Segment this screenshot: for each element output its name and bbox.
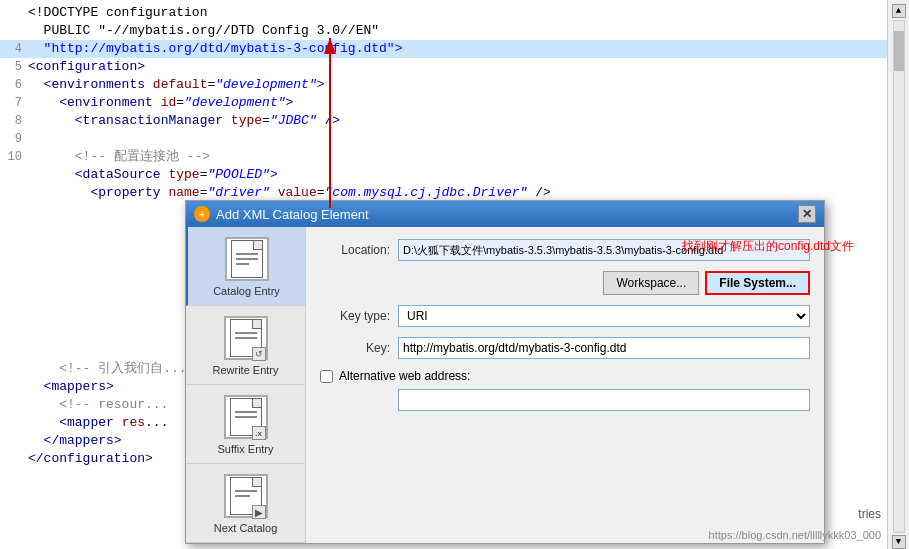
line-number: 4	[0, 40, 28, 58]
suffix-doc-icon: .x	[230, 398, 262, 436]
dialog-title: Add XML Catalog Element	[216, 207, 369, 222]
code-line: 10 <!-- 配置连接池 -->	[0, 148, 909, 166]
dialog-main: Location: Workspace... File System... Ke…	[306, 227, 824, 543]
line-content: <!DOCTYPE configuration	[28, 4, 909, 22]
code-line: <!DOCTYPE configuration	[0, 4, 909, 22]
dialog-titlebar: + Add XML Catalog Element ✕	[186, 201, 824, 227]
button-row: Workspace... File System...	[398, 271, 810, 295]
next-catalog-icon: ▶	[224, 474, 268, 518]
line-number: 6	[0, 76, 28, 94]
sidebar-next-catalog-label: Next Catalog	[214, 522, 278, 534]
catalog-entry-icon	[225, 237, 269, 281]
annotation-text: 找到刚才解压出的config.dtd文件	[682, 238, 854, 255]
rewrite-doc-icon: ↺	[230, 319, 262, 357]
location-label: Location:	[320, 243, 390, 257]
line-content: "http://mybatis.org/dtd/mybatis-3-config…	[28, 40, 909, 58]
line-number: 7	[0, 94, 28, 112]
key-input[interactable]	[398, 337, 810, 359]
workspace-button[interactable]: Workspace...	[603, 271, 699, 295]
next-catalog-doc-icon: ▶	[230, 477, 262, 515]
code-line: 8 <transactionManager type="JDBC" />	[0, 112, 909, 130]
line-content: <dataSource type="POOLED">	[28, 166, 909, 184]
code-line-highlighted: 4 "http://mybatis.org/dtd/mybatis-3-conf…	[0, 40, 909, 58]
dialog-sidebar: Catalog Entry ↺ Rewrite Entry	[186, 227, 306, 543]
doc-lines-3	[235, 411, 257, 421]
dialog-title-left: + Add XML Catalog Element	[194, 206, 369, 222]
alt-web-checkbox[interactable]	[320, 370, 333, 383]
key-label: Key:	[320, 341, 390, 355]
code-line: 9	[0, 130, 909, 148]
code-line: <dataSource type="POOLED">	[0, 166, 909, 184]
line-number: 9	[0, 130, 28, 148]
tries-label: tries	[858, 507, 881, 521]
doc-icon	[231, 240, 263, 278]
line-content: <transactionManager type="JDBC" />	[28, 112, 909, 130]
alt-web-input-container	[398, 389, 810, 411]
scroll-up-btn[interactable]: ▲	[892, 4, 906, 18]
alt-web-label: Alternative web address:	[339, 369, 470, 383]
line-content: <environments default="development">	[28, 76, 909, 94]
doc-lines-2	[235, 332, 257, 342]
dialog-icon: +	[194, 206, 210, 222]
keytype-row: Key type: URI PUBLIC SYSTEM	[320, 305, 810, 327]
line-content: PUBLIC "-//mybatis.org//DTD Config 3.0//…	[28, 22, 909, 40]
line-number: 8	[0, 112, 28, 130]
sidebar-item-rewrite-entry[interactable]: ↺ Rewrite Entry	[186, 306, 305, 385]
doc-lines	[236, 253, 258, 268]
code-line: 6 <environments default="development">	[0, 76, 909, 94]
line-number: 5	[0, 58, 28, 76]
line-content: <!-- 配置连接池 -->	[28, 148, 909, 166]
dialog-close-button[interactable]: ✕	[798, 205, 816, 223]
sidebar-item-suffix-entry[interactable]: .x Suffix Entry	[186, 385, 305, 464]
sidebar-suffix-entry-label: Suffix Entry	[217, 443, 273, 455]
suffix-entry-icon: .x	[224, 395, 268, 439]
line-content: <configuration>	[28, 58, 909, 76]
scroll-down-btn[interactable]: ▼	[892, 535, 906, 549]
scroll-track	[893, 20, 905, 533]
scroll-thumb[interactable]	[894, 31, 904, 71]
suffix-overlay-icon: .x	[252, 426, 266, 440]
sidebar-rewrite-entry-label: Rewrite Entry	[212, 364, 278, 376]
alt-web-input[interactable]	[398, 389, 810, 411]
alt-web-row: Alternative web address:	[320, 369, 810, 383]
sidebar-catalog-entry-label: Catalog Entry	[213, 285, 280, 297]
dialog-body: Catalog Entry ↺ Rewrite Entry	[186, 227, 824, 543]
blog-url: https://blog.csdn.net/lllllykkk03_000	[709, 529, 881, 541]
line-content: <environment id="development">	[28, 94, 909, 112]
key-row: Key:	[320, 337, 810, 359]
sidebar-item-next-catalog[interactable]: ▶ Next Catalog	[186, 464, 305, 543]
rewrite-entry-icon: ↺	[224, 316, 268, 360]
doc-lines-4	[235, 490, 257, 500]
code-line: PUBLIC "-//mybatis.org//DTD Config 3.0//…	[0, 22, 909, 40]
keytype-select[interactable]: URI PUBLIC SYSTEM	[398, 305, 810, 327]
keytype-label: Key type:	[320, 309, 390, 323]
next-overlay-icon: ▶	[252, 505, 266, 519]
code-line: 5 <configuration>	[0, 58, 909, 76]
line-number: 10	[0, 148, 28, 166]
filesystem-button[interactable]: File System...	[705, 271, 810, 295]
sidebar-item-catalog-entry[interactable]: Catalog Entry	[186, 227, 305, 306]
rewrite-overlay-icon: ↺	[252, 347, 266, 361]
code-line: 7 <environment id="development">	[0, 94, 909, 112]
right-scrollbar: ▲ ▼	[887, 0, 909, 549]
